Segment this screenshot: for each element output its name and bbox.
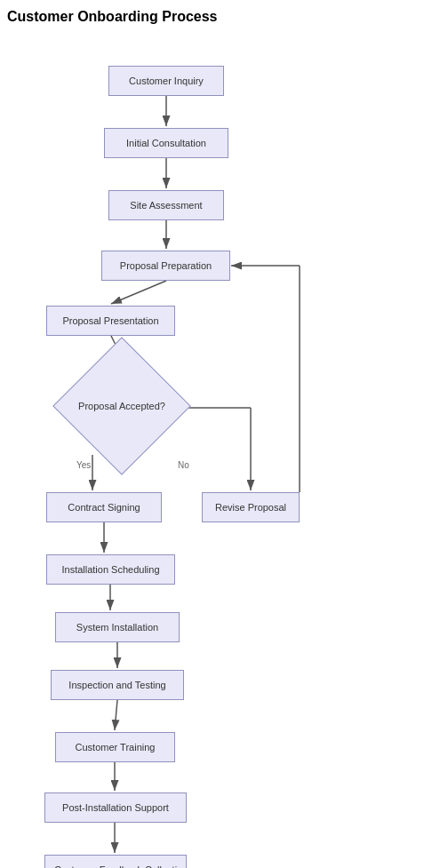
initial-consultation-label: Initial Consultation: [126, 138, 206, 148]
svg-line-4: [111, 281, 166, 304]
initial-consultation-node: Initial Consultation: [104, 128, 228, 158]
page-title: Customer Onboarding Process: [0, 0, 448, 30]
proposal-presentation-node: Proposal Presentation: [46, 306, 175, 336]
revise-proposal-label: Revise Proposal: [215, 502, 286, 513]
svg-line-14: [115, 700, 117, 730]
proposal-accepted-label: Proposal Accepted?: [78, 401, 165, 411]
customer-inquiry-label: Customer Inquiry: [129, 76, 204, 86]
yes-label: Yes: [76, 460, 91, 470]
no-label: No: [178, 460, 189, 470]
revise-proposal-node: Revise Proposal: [202, 492, 300, 522]
post-installation-label: Post-Installation Support: [62, 802, 169, 813]
installation-scheduling-node: Installation Scheduling: [46, 554, 175, 585]
proposal-preparation-node: Proposal Preparation: [101, 251, 230, 281]
contract-signing-label: Contract Signing: [68, 502, 140, 513]
installation-scheduling-label: Installation Scheduling: [61, 564, 159, 575]
contract-signing-node: Contract Signing: [46, 492, 162, 522]
system-installation-label: System Installation: [76, 622, 158, 633]
inspection-testing-node: Inspection and Testing: [51, 670, 184, 700]
customer-feedback-label: Customer Feedback Collecti: [54, 864, 177, 868]
site-assessment-node: Site Assessment: [108, 190, 224, 220]
site-assessment-label: Site Assessment: [130, 200, 202, 211]
proposal-presentation-label: Proposal Presentation: [62, 315, 158, 326]
system-installation-node: System Installation: [55, 612, 180, 642]
customer-inquiry-node: Customer Inquiry: [108, 66, 224, 96]
inspection-testing-label: Inspection and Testing: [68, 680, 165, 690]
post-installation-node: Post-Installation Support: [44, 792, 187, 823]
proposal-preparation-label: Proposal Preparation: [120, 260, 212, 271]
proposal-accepted-node: Proposal Accepted?: [73, 357, 171, 455]
customer-training-node: Customer Training: [55, 732, 175, 762]
customer-training-label: Customer Training: [76, 742, 156, 753]
customer-feedback-node: Customer Feedback Collecti: [44, 855, 187, 868]
